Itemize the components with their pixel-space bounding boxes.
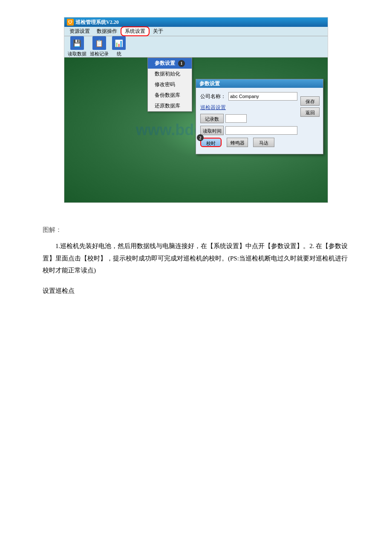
dropdown-item-backup[interactable]: 备份数据库 — [148, 90, 192, 101]
param-dialog: 参数设置 保存 返回 公司名称： 巡检器设置 — [196, 79, 323, 154]
back-button[interactable]: 返回 — [300, 107, 320, 117]
figure-label: 图解： — [43, 224, 349, 236]
toolbar-record-label: 巡检记录 — [90, 51, 109, 57]
dropdown-item-init[interactable]: 数据初始化 — [148, 69, 192, 79]
motor-button[interactable]: 马达 — [253, 138, 274, 147]
menu-about[interactable]: 关于 — [150, 27, 167, 36]
dialog-title: 参数设置 — [199, 80, 220, 87]
menu-resources[interactable]: 资源设置 — [66, 27, 93, 36]
window-titlebar: 🛡 巡检管理系统V2.20 — [64, 17, 328, 27]
description-paragraph: 1.巡检机先装好电池，然后用数据线与电脑连接好，在【系统设置】中点开【参数设置】… — [43, 240, 349, 277]
screenshot-container: 🛡 巡检管理系统V2.20 资源设置 数据操作 系统设置 关于 💾 读取数据 📋… — [64, 17, 328, 203]
dropdown-item-password[interactable]: 修改密码 — [148, 79, 192, 90]
read-data-icon: 💾 — [70, 36, 84, 50]
calibrate-button[interactable]: 校时 — [200, 138, 222, 147]
read-time-btn[interactable]: 读取时间 — [200, 126, 224, 135]
record-count-input[interactable] — [225, 114, 247, 123]
stats-icon: 📊 — [112, 36, 126, 50]
sub-heading: 设置巡检点 — [43, 285, 349, 297]
dropdown-item-restore[interactable]: 还原数据库 — [148, 101, 192, 111]
record-count-btn[interactable]: 记录数 — [200, 114, 224, 123]
dialog-action-buttons: 保存 返回 — [300, 96, 320, 117]
window-title: 巡检管理系统V2.20 — [75, 19, 119, 26]
read-time-row: 读取时间 — [200, 126, 297, 135]
window-icon: 🛡 — [67, 19, 74, 26]
toolbar-btn-read[interactable]: 💾 读取数据 — [68, 36, 86, 57]
calibrate-row: 校时 2 蜂鸣器 马达 — [200, 138, 297, 147]
scanner-section-title: 巡检器设置 — [200, 104, 297, 111]
company-label: 公司名称： — [200, 93, 226, 100]
toolbar-stats-label: 统 — [117, 51, 121, 57]
text-area: 图解： 1.巡检机先装好电池，然后用数据线与电脑连接好，在【系统设置】中点开【参… — [26, 216, 366, 305]
record-count-row: 记录数 — [200, 114, 297, 123]
company-input[interactable] — [228, 92, 297, 101]
dropdown-menu: 参数设置 1 数据初始化 修改密码 备份数据库 还原数据库 — [147, 58, 192, 112]
dialog-content: 保存 返回 公司名称： 巡检器设置 记录数 — [196, 88, 323, 154]
badge-1: 1 — [178, 60, 185, 67]
toolbar-btn-stats[interactable]: 📊 统 — [112, 36, 126, 57]
desktop-background: 参数设置 1 数据初始化 修改密码 备份数据库 还原数据库 参数设置 保存 返回 — [64, 58, 328, 202]
scanner-section: 记录数 读取时间 校时 2 — [200, 114, 297, 147]
company-name-row: 公司名称： — [200, 92, 297, 101]
toolbar-read-label: 读取数据 — [68, 51, 86, 57]
read-time-input[interactable] — [225, 126, 297, 135]
menu-system-settings[interactable]: 系统设置 — [121, 26, 150, 36]
menu-bar: 资源设置 数据操作 系统设置 关于 — [64, 27, 328, 36]
buzzer-button[interactable]: 蜂鸣器 — [227, 138, 248, 147]
toolbar-btn-record[interactable]: 📋 巡检记录 — [90, 36, 109, 57]
badge-2: 2 — [197, 134, 204, 141]
menu-data-ops[interactable]: 数据操作 — [93, 27, 121, 36]
dropdown-item-params[interactable]: 参数设置 1 — [148, 58, 192, 69]
dialog-titlebar: 参数设置 — [196, 79, 323, 88]
page: 🛡 巡检管理系统V2.20 资源设置 数据操作 系统设置 关于 💾 读取数据 📋… — [0, 0, 392, 555]
toolbar: 💾 读取数据 📋 巡检记录 📊 统 — [64, 36, 328, 58]
save-button[interactable]: 保存 — [300, 96, 320, 106]
record-icon: 📋 — [92, 36, 106, 50]
